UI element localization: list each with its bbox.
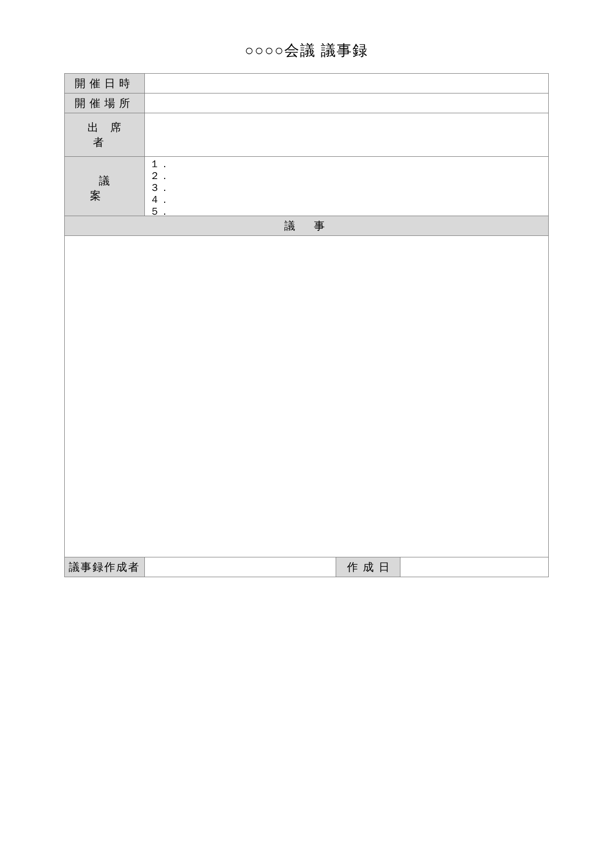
value-datetime xyxy=(144,74,548,93)
value-recorder xyxy=(144,557,336,577)
label-agenda: 議案 xyxy=(65,157,145,221)
label-recorder: 議事録作成者 xyxy=(65,557,145,577)
header-table: 開催日時 開催場所 出席者 議案 １． ２． ３． ４． ５． xyxy=(64,73,549,221)
label-datetime: 開催日時 xyxy=(65,74,145,93)
value-created-date xyxy=(400,557,549,577)
agenda-item: ４． xyxy=(150,194,545,206)
agenda-item: １． xyxy=(150,159,545,171)
proceedings-table: 議 事 議事録作成者 作成日 xyxy=(64,216,549,577)
label-location: 開催場所 xyxy=(65,93,145,113)
value-agenda: １． ２． ３． ４． ５． xyxy=(144,157,548,221)
label-proceedings: 議 事 xyxy=(65,216,549,236)
label-created-date: 作成日 xyxy=(336,557,400,577)
meeting-minutes-page: ○○○○会議 議事録 開催日時 開催場所 出席者 議案 １． ２． ３． ４． … xyxy=(0,0,613,868)
agenda-item: ３． xyxy=(150,183,545,194)
label-attendees: 出席者 xyxy=(65,113,145,157)
value-proceedings xyxy=(65,236,549,557)
value-attendees xyxy=(144,113,548,157)
agenda-item: ２． xyxy=(150,171,545,183)
value-location xyxy=(144,93,548,113)
document-title: ○○○○会議 議事録 xyxy=(0,41,613,61)
